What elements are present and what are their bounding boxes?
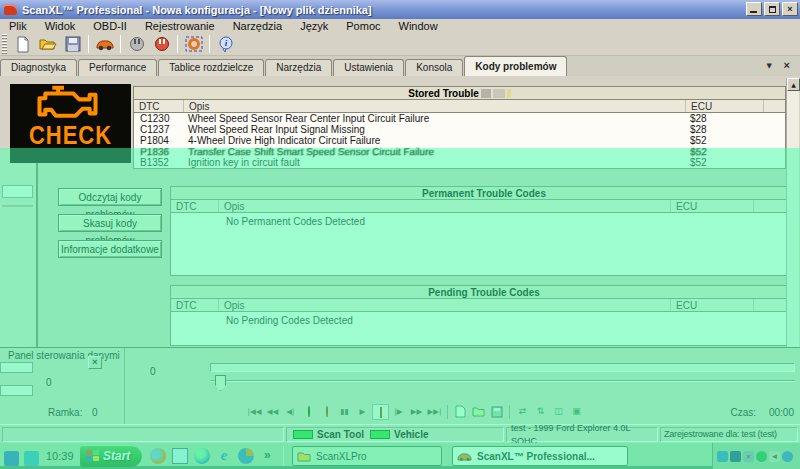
disconnect-icon: [153, 36, 171, 52]
app-icon: [4, 4, 17, 15]
additional-info-button[interactable]: Informacje dodatkowe: [58, 240, 162, 258]
firefox-icon[interactable]: [150, 448, 166, 464]
table-row[interactable]: C1237 Wheel Speed Rear Input Signal Miss…: [134, 124, 785, 135]
volume-icon[interactable]: ◄: [769, 451, 780, 462]
tab-strip: Diagnostyka Performance Tablice rozdziel…: [0, 56, 800, 76]
updates-icon[interactable]: [717, 451, 728, 462]
marker-button[interactable]: [318, 404, 335, 420]
vertical-scrollbar[interactable]: ▲: [786, 78, 799, 347]
messenger-icon[interactable]: [194, 448, 210, 464]
engine-icon: [36, 84, 106, 124]
slider-value: 0: [150, 366, 156, 377]
menu-rejestrowanie[interactable]: Rejestrowanie: [136, 19, 224, 33]
shield-icon[interactable]: [756, 451, 767, 462]
fast-forward-button[interactable]: ▶▶: [408, 404, 425, 420]
play-button[interactable]: ▶: [354, 404, 371, 420]
vehicle-label: Vehicle: [394, 428, 428, 441]
table-row[interactable]: C1230 Wheel Speed Sensor Rear Center Inp…: [134, 113, 785, 124]
step-back-button[interactable]: ◀|: [282, 404, 299, 420]
taskbar-button-scanxlpro-folder[interactable]: ScanXLPro: [292, 446, 442, 466]
close-button[interactable]: ×: [782, 2, 798, 16]
tab-konsola[interactable]: Konsola: [405, 59, 463, 76]
vehicle-button[interactable]: [92, 34, 117, 55]
stop-button[interactable]: [372, 404, 389, 420]
glitch-bar: [0, 362, 33, 373]
ie-icon[interactable]: e: [216, 448, 232, 464]
tab-tablice-rozdzielcze[interactable]: Tablice rozdzielcze: [158, 59, 264, 76]
media-player-icon[interactable]: [238, 448, 254, 464]
pause-button[interactable]: ▮▮: [336, 404, 353, 420]
save-log-button[interactable]: [488, 404, 505, 420]
tab-kody-problemow[interactable]: Kody problemów: [464, 56, 567, 76]
info-button[interactable]: i: [213, 34, 238, 55]
menu-pomoc[interactable]: Pomoc: [337, 19, 389, 33]
frame-value: 0: [92, 407, 98, 418]
tab-narzedzia[interactable]: Narzędzia: [265, 59, 332, 76]
minimize-button[interactable]: [746, 2, 762, 16]
scan-tool-led: [293, 430, 313, 439]
disconnect-button[interactable]: [149, 34, 174, 55]
connect-button[interactable]: [124, 34, 149, 55]
status-vehicle-info: test - 1999 Ford Explorer 4.0L SOHC: [506, 427, 658, 442]
battery-icon[interactable]: [730, 451, 741, 462]
step-forward-button[interactable]: |▶: [390, 404, 407, 420]
open-log-button[interactable]: [470, 404, 487, 420]
tab-close-icon[interactable]: ×: [784, 59, 790, 71]
record-button[interactable]: [300, 404, 317, 420]
menu-window[interactable]: Window: [390, 19, 447, 33]
menu-plik[interactable]: Plik: [0, 19, 36, 33]
snapshot-button[interactable]: ▣: [568, 404, 585, 420]
transfer-button[interactable]: ⇅: [532, 404, 549, 420]
restore-button[interactable]: [764, 2, 780, 16]
dashboard-designer-icon: [185, 36, 203, 52]
render-glitch-fragment: [0, 150, 38, 347]
progress-track[interactable]: [210, 363, 795, 372]
table-row[interactable]: B1352 Ignition key in circuit fault $52: [134, 157, 785, 168]
show-desktop-icon[interactable]: [172, 448, 188, 464]
export-button[interactable]: ◫: [550, 404, 567, 420]
new-log-button[interactable]: [452, 404, 469, 420]
trouble-codes-page: CHECK Stored Trouble DTC Opis ECU C1230 …: [0, 76, 800, 347]
menu-obd2[interactable]: OBD-II: [84, 19, 136, 33]
table-row[interactable]: P1804 4-Wheel Drive High Indicator Circu…: [134, 135, 785, 146]
status-registration: Zarejestrowane dla: test (test): [660, 427, 798, 442]
tab-performance[interactable]: Performance: [78, 59, 157, 76]
taskbar-button-scanxl-app[interactable]: ScanXL™ Professional...: [452, 446, 628, 466]
table-row[interactable]: P1836 Transfer Case Shift Smart Speed Se…: [134, 146, 785, 157]
slider-rail[interactable]: [210, 380, 795, 382]
quicklaunch-overflow-chevron[interactable]: »: [264, 448, 271, 462]
dashboard-designer-button[interactable]: [181, 34, 206, 55]
scroll-up-icon[interactable]: ▲: [787, 78, 800, 91]
glitch-icon: [4, 451, 19, 466]
swap-data-button[interactable]: ⇄: [514, 404, 531, 420]
tab-diagnostyka[interactable]: Diagnostyka: [0, 59, 77, 76]
permanent-trouble-title: Permanent Trouble Codes: [171, 187, 797, 200]
menu-jezyk[interactable]: Język: [291, 19, 337, 33]
skip-to-start-button[interactable]: |◀◀: [246, 404, 263, 420]
toolbar-drag-handle[interactable]: [2, 34, 7, 54]
clear-codes-button[interactable]: Skasuj kody problemów: [58, 214, 162, 232]
data-control-panel: Panel sterowania danymi × 0 0 Ramka: 0 |…: [0, 347, 800, 424]
skip-to-end-button[interactable]: ▶▶|: [426, 404, 443, 420]
start-button[interactable]: Start: [80, 445, 142, 467]
col-dtc: DTC: [171, 299, 219, 311]
toolbar-separator: [209, 35, 210, 53]
rewind-button[interactable]: ◀◀: [264, 404, 281, 420]
check-engine-lamp: CHECK: [10, 84, 131, 163]
open-file-button[interactable]: [35, 34, 60, 55]
open-log-icon: [472, 406, 485, 417]
panel-close-icon[interactable]: ×: [88, 356, 102, 369]
tab-ustawienia[interactable]: Ustawienia: [333, 59, 404, 76]
save-button[interactable]: [60, 34, 85, 55]
pending-empty-message: No Pending Codes Detected: [171, 312, 797, 326]
menu-narzedzia[interactable]: Narzędzia: [224, 19, 292, 33]
stored-table-body: C1230 Wheel Speed Sensor Rear Center Inp…: [134, 113, 785, 168]
menu-widok[interactable]: Widok: [36, 19, 85, 33]
new-log-icon: [455, 405, 466, 418]
network-disconnected-icon[interactable]: ×: [743, 451, 754, 462]
read-codes-button[interactable]: Odczytaj kody problemów: [58, 188, 162, 206]
slider-thumb[interactable]: [215, 375, 226, 391]
tab-dropdown-icon[interactable]: ▼: [767, 62, 772, 70]
new-file-button[interactable]: [10, 34, 35, 55]
messenger-tray-icon[interactable]: [782, 451, 793, 462]
